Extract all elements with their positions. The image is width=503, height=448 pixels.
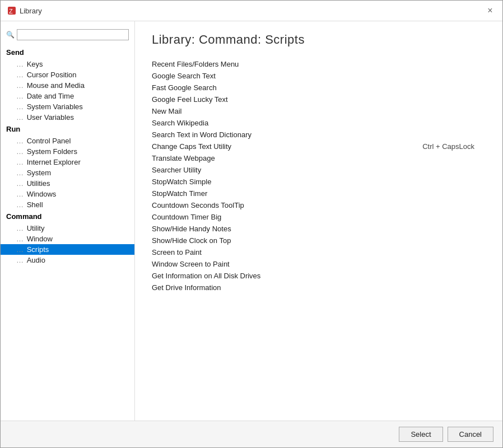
sidebar-item-system-variables[interactable]: … System Variables (1, 101, 134, 112)
script-item-shortcut: Ctrl + CapsLock (422, 142, 486, 151)
cancel-button[interactable]: Cancel (448, 427, 493, 442)
script-item-shortcut (474, 83, 486, 92)
sidebar-item-cursor-position[interactable]: … Cursor Position (1, 69, 134, 80)
title-bar-left: Z Library (7, 6, 42, 15)
sidebar-item-mouse-and-media[interactable]: … Mouse and Media (1, 80, 134, 91)
sidebar-section-header-run: Run (1, 123, 134, 136)
script-item-shortcut (474, 130, 486, 139)
sidebar-item-internet-explorer[interactable]: … Internet Explorer (1, 157, 134, 167)
script-item-shortcut (474, 189, 486, 198)
list-item[interactable]: Get Drive Information (152, 282, 486, 293)
script-item-name: Countdown Timer Big (152, 213, 221, 221)
script-item-shortcut (474, 107, 486, 115)
close-button[interactable]: × (485, 5, 496, 16)
svg-text:Z: Z (9, 8, 13, 15)
script-item-shortcut (474, 95, 486, 104)
script-item-name: Get Drive Information (152, 283, 221, 292)
sidebar-item-user-variables[interactable]: … User Variables (1, 112, 134, 123)
script-item-shortcut (474, 166, 486, 174)
list-item[interactable]: Google Search Text (152, 70, 486, 82)
script-list: Recent Files/Folders MenuGoogle Search T… (152, 58, 486, 293)
script-item-shortcut (474, 283, 486, 292)
sidebar-section-header-command: Command (1, 210, 134, 223)
list-item[interactable]: Google Feel Lucky Text (152, 94, 486, 105)
select-button[interactable]: Select (399, 427, 443, 442)
script-item-name: Searcher Utility (152, 166, 201, 174)
sidebar-item-system[interactable]: … System (1, 167, 134, 178)
script-item-name: New Mail (152, 107, 181, 115)
sidebar: 🔍 Send… Keys… Cursor Position… Mouse and… (1, 21, 135, 421)
list-item[interactable]: New Mail (152, 105, 486, 117)
script-item-shortcut (474, 272, 486, 280)
sidebar-item-date-and-time[interactable]: … Date and Time (1, 91, 134, 101)
main-panel: Library: Command: Scripts Recent Files/F… (135, 21, 502, 421)
script-item-shortcut (474, 154, 486, 162)
sidebar-item-keys[interactable]: … Keys (1, 59, 134, 69)
sidebar-item-audio[interactable]: … Audio (1, 255, 134, 265)
script-item-shortcut (474, 119, 486, 127)
script-item-name: Show/Hide Clock on Top (152, 236, 231, 245)
library-window: Z Library × 🔍 Send… Keys… Cursor Positio… (0, 0, 503, 448)
script-item-shortcut (474, 225, 486, 233)
script-item-name: Show/Hide Handy Notes (152, 225, 231, 233)
list-item[interactable]: Screen to Paint (152, 246, 486, 258)
sidebar-section-header-send: Send (1, 46, 134, 59)
script-item-name: Get Information on All Disk Drives (152, 272, 260, 280)
script-item-name: Change Caps Text Utility (152, 142, 231, 151)
sidebar-item-window[interactable]: … Window (1, 234, 134, 244)
script-item-shortcut (474, 236, 486, 245)
sidebar-item-utilities[interactable]: … Utilities (1, 178, 134, 189)
script-item-name: Countdown Seconds ToolTip (152, 201, 244, 209)
script-item-name: Screen to Paint (152, 248, 202, 256)
list-item[interactable]: Change Caps Text UtilityCtrl + CapsLock (152, 141, 486, 152)
main-title: Library: Command: Scripts (152, 32, 486, 47)
title-bar: Z Library × (1, 1, 502, 21)
list-item[interactable]: Window Screen to Paint (152, 258, 486, 270)
script-item-shortcut (474, 201, 486, 209)
sidebar-item-system-folders[interactable]: … System Folders (1, 146, 134, 157)
sidebar-item-scripts[interactable]: … Scripts (1, 244, 134, 255)
script-item-name: Window Screen to Paint (152, 260, 230, 268)
script-item-shortcut (474, 178, 486, 186)
list-item[interactable]: Show/Hide Handy Notes (152, 223, 486, 235)
script-item-shortcut (474, 260, 486, 268)
sidebar-item-utility[interactable]: … Utility (1, 223, 134, 234)
list-item[interactable]: Translate Webpage (152, 152, 486, 164)
script-item-name: Recent Files/Folders Menu (152, 60, 239, 68)
list-item[interactable]: Get Information on All Disk Drives (152, 270, 486, 282)
script-item-name: StopWatch Timer (152, 189, 207, 198)
script-item-name: Google Feel Lucky Text (152, 95, 228, 104)
list-item[interactable]: Search Wikipedia (152, 117, 486, 129)
script-item-shortcut (474, 213, 486, 221)
list-item[interactable]: Fast Google Search (152, 82, 486, 94)
sidebar-item-control-panel[interactable]: … Control Panel (1, 136, 134, 146)
list-item[interactable]: Countdown Seconds ToolTip (152, 199, 486, 211)
sidebar-item-windows[interactable]: … Windows (1, 189, 134, 199)
content-area: 🔍 Send… Keys… Cursor Position… Mouse and… (1, 21, 502, 421)
script-item-name: Search Wikipedia (152, 119, 208, 127)
script-item-shortcut (474, 60, 486, 68)
script-item-shortcut (474, 248, 486, 256)
script-item-name: Translate Webpage (152, 154, 215, 162)
script-item-name: Fast Google Search (152, 83, 217, 92)
search-icon: 🔍 (6, 31, 15, 39)
app-icon: Z (7, 6, 16, 15)
list-item[interactable]: Show/Hide Clock on Top (152, 235, 486, 246)
footer: Select Cancel (1, 421, 502, 447)
script-item-name: Search Text in Word Dictionary (152, 130, 252, 139)
list-item[interactable]: Countdown Timer Big (152, 211, 486, 223)
search-input[interactable] (17, 29, 129, 40)
list-item[interactable]: Search Text in Word Dictionary (152, 129, 486, 141)
window-title: Library (20, 7, 42, 15)
script-item-name: Google Search Text (152, 72, 216, 80)
list-item[interactable]: Recent Files/Folders Menu (152, 58, 486, 70)
search-bar: 🔍 (1, 26, 134, 46)
script-item-name: StopWatch Simple (152, 178, 211, 186)
script-item-shortcut (474, 72, 486, 80)
list-item[interactable]: Searcher Utility (152, 164, 486, 176)
sidebar-item-shell[interactable]: … Shell (1, 199, 134, 210)
list-item[interactable]: StopWatch Timer (152, 188, 486, 199)
list-item[interactable]: StopWatch Simple (152, 176, 486, 188)
